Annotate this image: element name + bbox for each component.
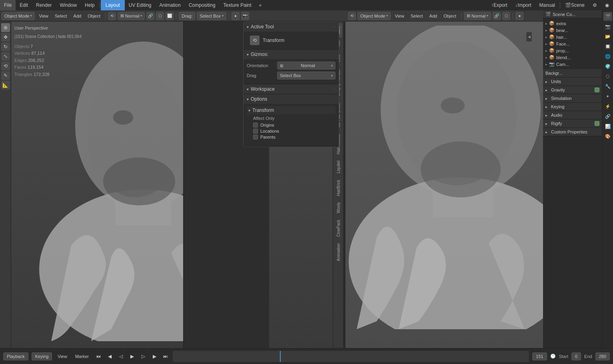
right-normal-dropdown[interactable]: ⊞ Normal ▾ xyxy=(464,12,491,20)
right-viewport[interactable] xyxy=(345,22,543,348)
scene-button[interactable]: 🎬 Scene xyxy=(561,0,589,10)
timeline-prev-keyframe[interactable]: ◀ xyxy=(106,352,114,360)
link-btn[interactable]: 🔗 xyxy=(146,12,154,20)
prop-render-icon[interactable]: 📷 xyxy=(603,22,612,31)
workspace-header[interactable]: ▾ Workspace ⋯ xyxy=(244,84,339,94)
orientation-dropdown[interactable]: ⊞ Normal ▾ xyxy=(277,62,335,70)
prop-constraints-icon[interactable]: 🔗 xyxy=(603,112,612,121)
tab-compositing[interactable]: Compositing xyxy=(185,0,220,10)
drag-dropdown[interactable]: Select Box ▾ xyxy=(277,72,335,80)
top-menu-icon2[interactable]: ◉ xyxy=(601,0,613,10)
import-button[interactable]: ↓ Import xyxy=(511,0,535,10)
playback-menu[interactable]: Playback xyxy=(3,352,28,360)
right-object-menu[interactable]: Object xyxy=(441,12,459,20)
keying-header[interactable]: ▸ Keying xyxy=(543,103,602,111)
prop-particles-icon[interactable]: ✦ xyxy=(603,92,612,101)
tree-item-0[interactable]: ▸ 📦 extra xyxy=(543,20,602,27)
top-menu-icon1[interactable]: ⚙ xyxy=(589,0,601,10)
start-frame[interactable]: 0 xyxy=(571,352,581,360)
prop-data-icon[interactable]: 📊 xyxy=(603,122,612,131)
timeline-scrubber[interactable] xyxy=(173,351,529,362)
add-menu[interactable]: Add xyxy=(71,12,84,20)
timeline-marker-menu[interactable]: Marker xyxy=(73,352,91,361)
tree-item-6[interactable]: ▸ 📷 Cam... xyxy=(543,61,602,68)
right-link-btn[interactable]: 🔗 xyxy=(493,12,501,20)
select-box-dropdown[interactable]: Select Box ▾ xyxy=(197,12,226,20)
overlay-btn[interactable]: ⬡ xyxy=(156,12,164,20)
tool-rotate[interactable]: ↻ xyxy=(1,42,10,51)
tab-animation[interactable]: Animation xyxy=(156,0,185,10)
shading-solid[interactable]: ⬜ xyxy=(166,12,174,20)
sidebar-tab-hairbrick[interactable]: HairBrick xyxy=(335,177,342,199)
add-workspace-button[interactable]: + xyxy=(256,2,265,8)
right-view-menu[interactable]: View xyxy=(392,12,407,20)
right-panel-collapse-btn[interactable]: ◀ xyxy=(526,32,532,42)
view-menu[interactable]: View xyxy=(36,12,51,20)
rigify-header[interactable]: ▸ Rigify xyxy=(543,119,602,127)
manual-button[interactable]: Manual xyxy=(535,0,559,10)
timeline-jump-end[interactable]: ⏭ xyxy=(162,352,170,360)
gizmos-header[interactable]: ▾ Gizmos: xyxy=(244,50,339,59)
prop-material-icon[interactable]: 🎨 xyxy=(603,132,612,141)
prop-view-layer-icon[interactable]: 🔲 xyxy=(603,42,612,51)
menu-edit[interactable]: Edit xyxy=(16,0,32,10)
tool-move[interactable]: ✥ xyxy=(1,33,10,42)
end-frame[interactable]: 280 xyxy=(595,352,610,360)
menu-file[interactable]: File xyxy=(0,0,16,10)
menu-window[interactable]: Window xyxy=(56,0,81,10)
right-render-btn[interactable]: ● xyxy=(515,12,523,20)
camera-view-btn[interactable]: 📷 xyxy=(241,12,249,20)
right-mode-dropdown[interactable]: Object Mode ▾ xyxy=(357,12,391,20)
locations-checkbox[interactable] xyxy=(253,129,258,133)
tree-item-3[interactable]: ▸ 📦 Face... xyxy=(543,40,602,47)
tab-uv-editing[interactable]: UV Editing xyxy=(125,0,156,10)
prop-object-icon[interactable]: ⬡ xyxy=(603,72,612,81)
tree-item-2[interactable]: ▸ 📦 hair... xyxy=(543,34,602,40)
transform-sub-header[interactable]: ▾ Transform xyxy=(247,106,335,114)
timeline-play[interactable]: ▶ xyxy=(128,352,136,360)
parents-checkbox[interactable] xyxy=(253,135,258,139)
prop-world-icon[interactable]: 🌍 xyxy=(603,62,612,71)
simulation-header[interactable]: ▸ Simulation xyxy=(543,94,602,102)
export-button[interactable]: ↑ Export xyxy=(487,0,511,10)
tree-item-4[interactable]: ▸ 📦 prop... xyxy=(543,47,602,54)
options-header[interactable]: ▾ Options xyxy=(244,94,339,104)
sidebar-tab-animation[interactable]: Animation xyxy=(335,240,342,264)
sidebar-tab-wooly[interactable]: Wooly xyxy=(335,199,342,217)
keying-menu[interactable]: Keying xyxy=(32,352,52,360)
menu-render[interactable]: Render xyxy=(32,0,56,10)
background-section[interactable]: Backgr... xyxy=(543,69,602,77)
normal-dropdown[interactable]: ⊞ Normal ▾ xyxy=(118,12,145,20)
timeline-next-keyframe[interactable]: ▶ xyxy=(150,352,158,360)
menu-help[interactable]: Help xyxy=(81,0,99,10)
rigify-check[interactable] xyxy=(595,121,599,126)
frame-number-display[interactable]: 151 xyxy=(532,352,547,360)
prop-scene-icon[interactable]: 🎬 xyxy=(603,12,612,21)
sidebar-tab-cinepack[interactable]: CinePack xyxy=(335,217,342,240)
right-overlay-btn[interactable]: ⬡ xyxy=(502,12,510,20)
tab-texture-paint[interactable]: Texture Paint xyxy=(220,0,256,10)
tool-cursor[interactable]: ⊕ xyxy=(1,23,10,32)
sidebar-tab-liquitel[interactable]: Liquitel xyxy=(335,157,342,177)
audio-header[interactable]: ▸ Audio xyxy=(543,111,602,119)
viewport-splitter[interactable] xyxy=(343,22,345,348)
tool-measure[interactable]: 📐 xyxy=(1,81,10,90)
tool-annotate[interactable]: ✎ xyxy=(1,71,10,80)
right-transform-btn[interactable]: ⟲ xyxy=(348,12,356,20)
gravity-check[interactable] xyxy=(595,88,599,92)
render-mode-btn[interactable]: ● xyxy=(232,12,240,20)
tool-transform[interactable]: ⟲ xyxy=(1,62,10,70)
custom-props-header[interactable]: ▸ Custom Properties xyxy=(543,128,602,136)
tab-layout[interactable]: Layout xyxy=(101,0,125,10)
object-mode-dropdown[interactable]: Object Mode ▾ xyxy=(2,12,35,20)
timeline-prev-frame[interactable]: ◁ xyxy=(117,352,125,360)
select-menu[interactable]: Select xyxy=(52,12,70,20)
tree-item-5[interactable]: ▸ 📦 blend... xyxy=(543,54,602,61)
prop-physics-icon[interactable]: ⚡ xyxy=(603,102,612,111)
prop-output-icon[interactable]: 📂 xyxy=(603,32,612,41)
tool-scale[interactable]: ⤡ xyxy=(1,52,10,61)
object-menu[interactable]: Object xyxy=(85,12,103,20)
tree-item-1[interactable]: ▸ 📦 bear... xyxy=(543,27,602,34)
units-header[interactable]: ▸ Units xyxy=(543,78,602,86)
timeline-next-frame[interactable]: ▷ xyxy=(139,352,147,360)
